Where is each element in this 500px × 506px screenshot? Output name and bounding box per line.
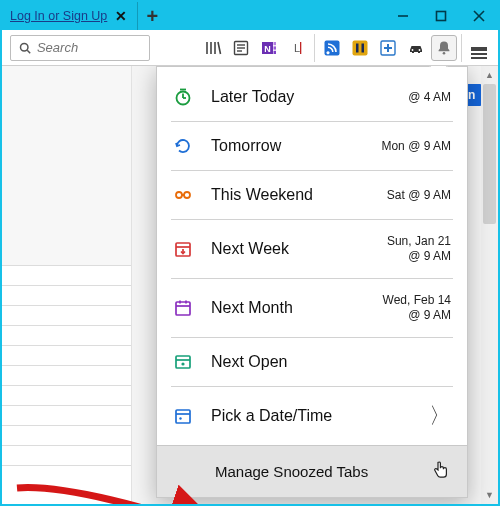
addon-button[interactable] <box>375 35 401 61</box>
scroll-thumb[interactable] <box>483 84 496 224</box>
toolbar-divider <box>314 34 315 62</box>
lastpass-button[interactable]: L <box>284 35 310 61</box>
feed-icon <box>323 39 341 57</box>
svg-point-47 <box>181 362 184 365</box>
lastpass-icon: L <box>288 39 306 57</box>
snooze-option-time: Sat @ 9 AM <box>387 188 451 203</box>
pointer-cursor-icon <box>431 460 449 483</box>
bell-icon <box>435 39 453 57</box>
svg-text:N: N <box>264 44 271 54</box>
svg-rect-45 <box>176 356 190 368</box>
media-button[interactable] <box>347 35 373 61</box>
snooze-option-label: This Weekend <box>211 186 369 204</box>
close-icon <box>473 10 485 22</box>
snooze-option-time: Wed, Feb 14 @ 9 AM <box>383 293 451 323</box>
hamburger-icon <box>471 47 487 49</box>
library-button[interactable] <box>200 35 226 61</box>
scroll-up-button[interactable]: ▲ <box>481 66 498 84</box>
arrow-clockwise-icon <box>173 136 193 156</box>
svg-text:L: L <box>294 42 300 54</box>
calendar-plus-icon <box>173 406 193 426</box>
snooze-option-label: Later Today <box>211 88 390 106</box>
snooze-option-label: Next Week <box>211 240 369 258</box>
car-button[interactable] <box>403 35 429 61</box>
svg-point-50 <box>179 417 181 419</box>
window-maximize-button[interactable] <box>422 2 460 30</box>
svg-line-9 <box>218 42 221 54</box>
svg-point-28 <box>412 49 414 51</box>
snooze-option-label: Next Month <box>211 299 365 317</box>
snooze-option-next-week[interactable]: Next Week Sun, Jan 21 @ 9 AM <box>171 220 453 279</box>
snooze-option-label: Tomorrow <box>211 137 363 155</box>
toolbar: N L <box>2 30 498 66</box>
chevron-right-icon: 〉 <box>429 401 451 431</box>
window-minimize-button[interactable] <box>384 2 422 30</box>
snooze-tabs-button[interactable] <box>431 35 457 61</box>
svg-point-36 <box>184 192 190 198</box>
maximize-icon <box>435 10 447 22</box>
snooze-option-this-weekend[interactable]: This Weekend Sat @ 9 AM <box>171 171 453 220</box>
scroll-down-button[interactable]: ▼ <box>481 486 498 504</box>
new-tab-button[interactable]: + <box>138 2 166 30</box>
snooze-dropdown: Later Today @ 4 AM Tomorrow Mon @ 9 AM T… <box>156 66 468 498</box>
toolbar-divider-2 <box>461 34 462 62</box>
sunglasses-icon <box>173 185 193 205</box>
calendar-down-icon <box>173 239 193 259</box>
window-close-button[interactable] <box>460 2 498 30</box>
svg-rect-41 <box>176 302 190 315</box>
snooze-option-time: Mon @ 9 AM <box>381 139 451 154</box>
reader-button[interactable] <box>228 35 254 61</box>
search-icon <box>19 41 31 55</box>
svg-point-35 <box>176 192 182 198</box>
calendar-page-icon <box>173 298 193 318</box>
snooze-option-later-today[interactable]: Later Today @ 4 AM <box>171 73 453 122</box>
snooze-option-time: @ 4 AM <box>408 90 451 105</box>
svg-point-4 <box>20 43 27 50</box>
car-icon <box>407 39 425 57</box>
vertical-scrollbar[interactable]: ▲ ▼ <box>481 66 498 504</box>
svg-line-5 <box>27 50 30 53</box>
svg-point-30 <box>443 51 446 54</box>
library-icon <box>204 39 222 57</box>
timer-icon <box>173 87 193 107</box>
browser-window: Log In or Sign Up ✕ + N <box>0 0 500 506</box>
snooze-option-label: Next Open <box>211 353 433 371</box>
onenote-icon: N <box>260 39 278 57</box>
toolbar-icons: N L <box>200 34 492 62</box>
svg-rect-23 <box>356 43 359 52</box>
svg-rect-17 <box>274 46 277 49</box>
onenote-button[interactable]: N <box>256 35 282 61</box>
snooze-option-next-open[interactable]: Next Open <box>171 338 453 387</box>
snooze-option-label: Pick a Date/Time <box>211 407 411 425</box>
tab-active[interactable]: Log In or Sign Up ✕ <box>2 2 138 30</box>
content-area: in ▲ ▼ Later Today @ 4 AM <box>2 66 498 504</box>
minimize-icon <box>397 10 409 22</box>
svg-point-29 <box>419 49 421 51</box>
media-icon <box>351 39 369 57</box>
svg-rect-48 <box>176 410 190 423</box>
titlebar: Log In or Sign Up ✕ + <box>2 2 498 30</box>
snooze-menu-list: Later Today @ 4 AM Tomorrow Mon @ 9 AM T… <box>157 67 467 445</box>
search-input[interactable] <box>37 40 141 55</box>
snooze-option-tomorrow[interactable]: Tomorrow Mon @ 9 AM <box>171 122 453 171</box>
tab-title: Log In or Sign Up <box>10 9 107 23</box>
tab-close-button[interactable]: ✕ <box>113 8 129 24</box>
titlebar-spacer <box>166 2 384 30</box>
svg-rect-22 <box>353 40 368 55</box>
search-box[interactable] <box>10 35 150 61</box>
snooze-option-next-month[interactable]: Next Month Wed, Feb 14 @ 9 AM <box>171 279 453 338</box>
svg-rect-24 <box>362 43 365 52</box>
svg-rect-16 <box>274 42 277 45</box>
reader-icon <box>232 39 250 57</box>
svg-rect-1 <box>437 12 446 21</box>
feed-button[interactable] <box>319 35 345 61</box>
addon-plus-icon <box>379 39 397 57</box>
manage-snoozed-tabs[interactable]: Manage Snoozed Tabs <box>157 445 467 497</box>
svg-rect-20 <box>300 42 301 54</box>
page-background-lines <box>2 66 132 504</box>
manage-snoozed-label: Manage Snoozed Tabs <box>215 463 368 480</box>
scroll-track[interactable] <box>481 84 498 486</box>
app-menu-button[interactable] <box>466 35 492 61</box>
browser-dot-icon <box>173 352 193 372</box>
snooze-option-pick-date[interactable]: Pick a Date/Time 〉 <box>171 387 453 445</box>
